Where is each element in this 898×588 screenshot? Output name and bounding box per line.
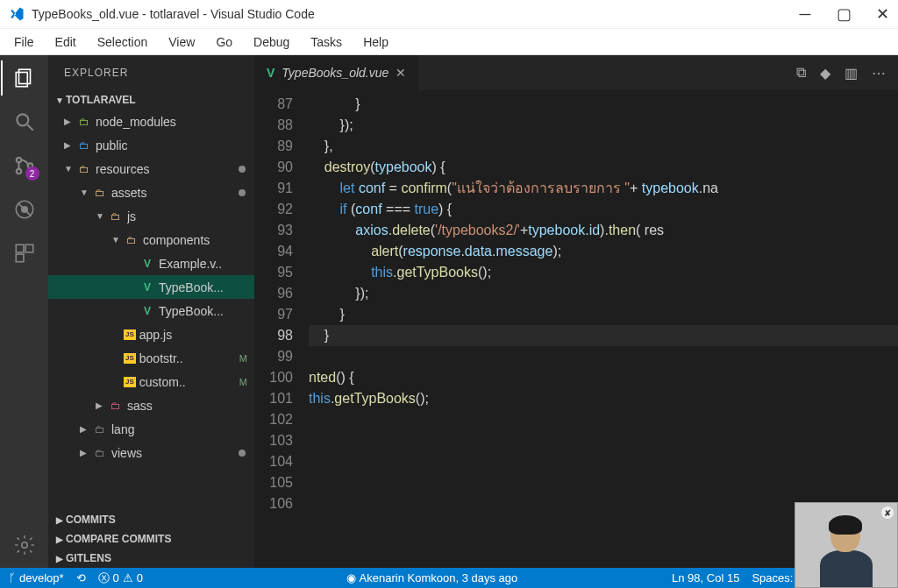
menu-go[interactable]: Go	[205, 33, 243, 51]
activity-extensions-icon[interactable]	[12, 241, 37, 266]
tab-label: TypeBooks_old.vue	[282, 66, 388, 80]
project-section-head[interactable]: ▼ TOTLARAVEL	[48, 90, 254, 110]
webcam-overlay: ✘	[795, 502, 898, 588]
section-commits[interactable]: ▶COMMITS	[48, 510, 254, 529]
section-gitlens[interactable]: ▶GITLENS	[48, 549, 254, 568]
tree-item[interactable]: ▼🗀components	[48, 228, 254, 251]
activity-settings-icon[interactable]	[12, 533, 37, 557]
file-tree: ▶🗀node_modules▶🗀public▼🗀resources▼🗀asset…	[48, 110, 254, 510]
menu-selection[interactable]: Selection	[87, 33, 159, 51]
tree-item[interactable]: VTypeBook...	[48, 275, 254, 299]
activity-debug-icon[interactable]	[12, 197, 37, 222]
tab-close-icon[interactable]: ✕	[396, 66, 406, 80]
svg-point-2	[17, 114, 28, 125]
maximize-button[interactable]: ▢	[837, 7, 851, 21]
git-icon[interactable]: ◆	[820, 65, 830, 81]
window-controls: ─ ▢ ✕	[798, 7, 889, 21]
tree-item[interactable]: VExample.v..	[48, 251, 254, 275]
menu-tasks[interactable]: Tasks	[300, 33, 353, 51]
svg-line-3	[27, 124, 33, 131]
menu-help[interactable]: Help	[353, 33, 399, 51]
status-branch[interactable]: ᚴ develop*	[9, 571, 64, 584]
vscode-icon	[9, 6, 25, 22]
tree-item[interactable]: ▶🗀sass	[48, 393, 254, 417]
status-position[interactable]: Ln 98, Col 15	[672, 571, 739, 584]
split-editor-icon[interactable]: ▥	[845, 65, 858, 81]
tree-item[interactable]: ▶🗀lang	[48, 417, 254, 441]
activity-bar: 2	[0, 55, 48, 568]
svg-rect-11	[25, 244, 33, 252]
close-button[interactable]: ✕	[875, 7, 889, 21]
scm-badge: 2	[25, 166, 39, 181]
ribbon-icon: ✘	[881, 507, 894, 519]
svg-point-9	[21, 207, 27, 213]
menu-debug[interactable]: Debug	[243, 33, 300, 51]
status-blame[interactable]: ◉ Akenarin Komkoon, 3 days ago	[346, 571, 518, 584]
svg-rect-10	[16, 244, 24, 252]
title-bar: TypeBooks_old.vue - totlaravel - Visual …	[0, 0, 898, 29]
tree-item[interactable]: ▶🗀public	[48, 133, 254, 157]
tab-bar: V TypeBooks_old.vue ✕ ⧉ ◆ ▥ ⋯	[254, 55, 898, 90]
menu-view[interactable]: View	[158, 33, 205, 51]
code-text[interactable]: } }); }, destroy(typebook) { let conf = …	[309, 90, 898, 568]
section-compare-commits[interactable]: ▶COMPARE COMMITS	[48, 529, 254, 549]
tab-typebooks-old[interactable]: V TypeBooks_old.vue ✕	[254, 55, 418, 90]
svg-point-4	[16, 158, 20, 162]
svg-rect-12	[16, 254, 24, 262]
tree-item[interactable]: ▼🗀assets	[48, 181, 254, 204]
sidebar-title: EXPLORER	[48, 55, 254, 90]
tree-item[interactable]: JSbootstr..M	[48, 346, 254, 370]
tree-item[interactable]: ▶🗀views	[48, 441, 254, 464]
compare-icon[interactable]: ⧉	[796, 65, 806, 81]
window-title: TypeBooks_old.vue - totlaravel - Visual …	[32, 7, 798, 21]
activity-search-icon[interactable]	[12, 110, 37, 134]
code-editor[interactable]: 8788899091929394959697989910010110210310…	[254, 90, 898, 568]
tree-item[interactable]: JSapp.js	[48, 322, 254, 346]
menu-file[interactable]: File	[4, 33, 45, 51]
svg-point-5	[16, 169, 20, 174]
status-bar: ᚴ develop* ⟲ ⓧ 0 ⚠ 0 ◉ Akenarin Komkoon,…	[0, 568, 898, 588]
main-area: 2 EXPLORER ▼ TOTLARAVEL ▶🗀node_modules▶🗀…	[0, 55, 898, 568]
tree-item[interactable]: JScustom..M	[48, 370, 254, 393]
sidebar: EXPLORER ▼ TOTLARAVEL ▶🗀node_modules▶🗀pu…	[48, 55, 254, 568]
status-sync[interactable]: ⟲	[76, 571, 86, 584]
minimize-button[interactable]: ─	[798, 7, 812, 21]
menu-edit[interactable]: Edit	[45, 33, 87, 51]
vue-icon: V	[267, 66, 274, 80]
activity-explorer-icon[interactable]	[12, 66, 37, 90]
tree-item[interactable]: ▼🗀resources	[48, 157, 254, 181]
tree-item[interactable]: ▼🗀js	[48, 204, 254, 228]
menu-bar: File Edit Selection View Go Debug Tasks …	[0, 29, 898, 55]
line-gutter: 8788899091929394959697989910010110210310…	[254, 90, 309, 568]
tree-item[interactable]: VTypeBook...	[48, 299, 254, 322]
project-name: TOTLARAVEL	[66, 94, 136, 106]
status-errors[interactable]: ⓧ 0 ⚠ 0	[98, 570, 143, 586]
tree-item[interactable]: ▶🗀node_modules	[48, 110, 254, 133]
editor-actions: ⧉ ◆ ▥ ⋯	[784, 65, 898, 81]
activity-scm-icon[interactable]: 2	[12, 153, 37, 178]
more-icon[interactable]: ⋯	[872, 65, 886, 81]
svg-point-13	[21, 542, 27, 549]
editor-group: V TypeBooks_old.vue ✕ ⧉ ◆ ▥ ⋯ 8788899091…	[254, 55, 898, 568]
